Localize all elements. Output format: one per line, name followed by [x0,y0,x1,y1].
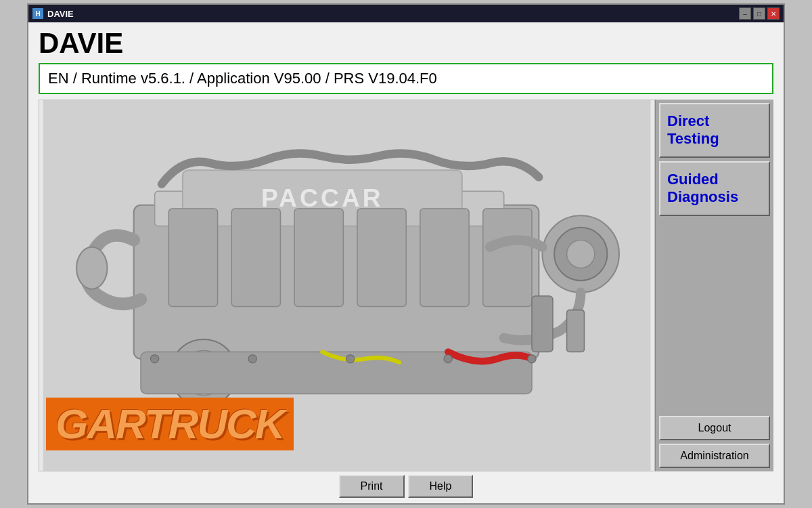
bottom-bar: Print Help [39,471,773,500]
svg-point-21 [150,355,158,363]
svg-point-11 [76,247,107,289]
gartruck-text: GARTRUCK [55,403,284,445]
main-content: DAVIE EN / Runtime v5.6.1. / Application… [28,22,784,503]
svg-point-23 [346,355,354,363]
maximize-button[interactable]: □ [753,7,765,20]
svg-rect-6 [231,209,280,306]
close-button[interactable]: ✕ [767,7,780,20]
guided-diagnosis-label: GuidedDiagnosis [667,171,738,205]
svg-rect-9 [420,209,469,306]
middle-section: PACCAR [39,100,773,471]
spacer [659,219,770,412]
svg-point-25 [528,355,536,363]
main-window: H DAVIE – □ ✕ DAVIE EN / Runtime v5.6.1.… [27,3,785,505]
svg-rect-8 [357,209,406,306]
minimize-button[interactable]: – [739,7,751,20]
right-panel: DirectTesting GuidedDiagnosis Logout Adm… [655,100,773,471]
help-label: Help [430,480,452,492]
svg-point-24 [444,355,452,363]
svg-rect-7 [294,209,343,306]
administration-label: Administration [680,450,748,461]
svg-rect-5 [168,209,217,306]
app-icon: H [32,8,43,19]
title-bar-left: H DAVIE [32,8,74,19]
logout-button[interactable]: Logout [659,416,770,440]
gartruck-overlay: GARTRUCK [46,398,294,450]
app-title: DAVIE [39,29,773,58]
help-button[interactable]: Help [408,475,474,498]
print-label: Print [361,480,383,492]
administration-button[interactable]: Administration [659,444,770,468]
svg-text:PACCAR: PACCAR [261,184,384,212]
direct-testing-button[interactable]: DirectTesting [659,103,770,158]
title-bar: H DAVIE – □ ✕ [28,5,784,22]
svg-point-14 [567,240,595,268]
title-bar-controls: – □ ✕ [739,7,780,20]
svg-rect-20 [567,310,585,352]
guided-diagnosis-button[interactable]: GuidedDiagnosis [659,161,770,216]
direct-testing-label: DirectTesting [667,112,719,147]
version-string: EN / Runtime v5.6.1. / Application V95.0… [48,70,437,87]
engine-image-area: PACCAR [39,100,655,471]
svg-point-22 [248,355,256,363]
window-title: DAVIE [47,9,74,19]
version-bar: EN / Runtime v5.6.1. / Application V95.0… [39,63,773,94]
svg-rect-19 [532,296,553,352]
svg-rect-10 [483,209,532,306]
logout-label: Logout [698,422,731,433]
print-button[interactable]: Print [339,475,405,498]
